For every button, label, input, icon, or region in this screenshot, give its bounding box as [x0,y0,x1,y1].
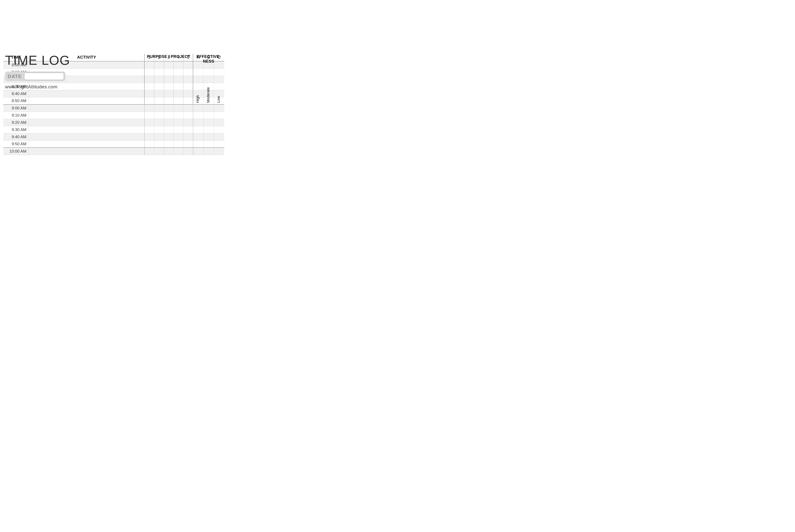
effectiveness-cell[interactable] [204,112,214,119]
effectiveness-cell[interactable] [204,104,214,112]
date-input[interactable] [24,73,64,80]
effectiveness-col-high: High [193,64,203,104]
purpose-cell[interactable] [164,126,174,133]
site-url: www.RightAttitudes.com [5,84,89,90]
purpose-cell[interactable] [184,112,193,119]
purpose-cell[interactable] [174,112,184,119]
purpose-cell[interactable] [154,104,164,112]
purpose-cell[interactable] [164,148,174,155]
purpose-cell[interactable] [154,148,164,155]
table-row: 9:30 AM [3,126,224,133]
activity-cell[interactable] [29,140,145,148]
activity-cell[interactable] [29,119,145,126]
column-group-headers: PURPOSE / PROJECT EFFECTIVE- NESS High M… [144,54,224,104]
time-cell: 8:50 AM [3,97,29,104]
purpose-cell[interactable] [164,133,174,140]
effectiveness-cell[interactable] [193,126,204,133]
effectiveness-cell[interactable] [193,133,204,140]
purpose-cell[interactable] [174,104,184,112]
purpose-cell[interactable] [184,140,193,148]
purpose-col-4 [173,60,183,104]
effectiveness-cell[interactable] [214,133,224,140]
purpose-col-1 [145,60,154,104]
activity-cell[interactable] [29,104,145,112]
page-title: TIME LOG [5,54,89,67]
effectiveness-label-low: Low [216,96,221,103]
effectiveness-subcols: High Moderate Low [193,64,224,104]
purpose-cell[interactable] [174,126,184,133]
purpose-cell[interactable] [174,119,184,126]
purpose-cell[interactable] [184,119,193,126]
purpose-cell[interactable] [145,104,154,112]
purpose-cell[interactable] [184,126,193,133]
effectiveness-cell[interactable] [214,104,224,112]
purpose-col-5 [183,60,193,104]
time-cell: 9:20 AM [3,119,29,126]
purpose-cell[interactable] [174,133,184,140]
effectiveness-cell[interactable] [193,119,204,126]
purpose-cell[interactable] [145,148,154,155]
activity-cell[interactable] [29,133,145,140]
effectiveness-cell[interactable] [214,126,224,133]
effectiveness-cell[interactable] [204,148,214,155]
purpose-group-title: PURPOSE / PROJECT [146,54,192,60]
effectiveness-cell[interactable] [204,126,214,133]
purpose-cell[interactable] [184,104,193,112]
activity-cell[interactable] [29,148,145,155]
time-cell: 9:30 AM [3,126,29,133]
purpose-cell[interactable] [145,119,154,126]
table-row: 9:00 AM [3,104,224,112]
effectiveness-group-title: EFFECTIVE- NESS [195,54,222,64]
purpose-cell[interactable] [164,104,174,112]
purpose-col-2 [154,60,164,104]
time-cell: 9:10 AM [3,112,29,119]
purpose-cell[interactable] [145,126,154,133]
effectiveness-cell[interactable] [214,140,224,148]
purpose-cell[interactable] [174,148,184,155]
table-row: 9:20 AM [3,119,224,126]
time-cell: 9:00 AM [3,104,29,112]
date-field-wrapper: DATE [5,72,65,81]
purpose-cell[interactable] [154,119,164,126]
table-row: 9:10 AM [3,112,224,119]
effectiveness-cell[interactable] [214,148,224,155]
purpose-cell[interactable] [184,148,193,155]
purpose-cell[interactable] [154,112,164,119]
purpose-cell[interactable] [154,140,164,148]
activity-cell[interactable] [29,112,145,119]
time-log-sheet: TIME LOG DATE www.RightAttitudes.com PUR… [3,54,224,155]
effectiveness-label-moderate: Moderate [206,87,210,103]
activity-cell[interactable] [29,126,145,133]
purpose-col-3 [164,60,173,104]
time-cell: 8:40 AM [3,90,29,97]
purpose-cell[interactable] [164,112,174,119]
effectiveness-cell[interactable] [193,104,204,112]
effectiveness-cell[interactable] [204,119,214,126]
purpose-cell[interactable] [184,133,193,140]
purpose-cell[interactable] [164,140,174,148]
purpose-cell[interactable] [154,126,164,133]
effectiveness-cell[interactable] [193,148,204,155]
table-row: 9:40 AM [3,133,224,140]
effectiveness-label-high: High [195,95,200,103]
effectiveness-cell[interactable] [214,112,224,119]
effectiveness-cell[interactable] [193,140,204,148]
effectiveness-col-moderate: Moderate [203,64,214,104]
effectiveness-cell[interactable] [193,112,204,119]
header-left: TIME LOG DATE www.RightAttitudes.com [5,54,89,90]
effectiveness-cell[interactable] [204,140,214,148]
purpose-cell[interactable] [154,133,164,140]
purpose-cell[interactable] [145,133,154,140]
time-cell: 10:00 AM [3,148,29,155]
table-row: 9:50 AM [3,140,224,148]
purpose-cell[interactable] [174,140,184,148]
effectiveness-cell[interactable] [214,119,224,126]
activity-cell[interactable] [29,97,145,104]
effectiveness-cell[interactable] [204,133,214,140]
table-row: 10:00 AM [3,148,224,155]
time-cell: 9:40 AM [3,133,29,140]
purpose-cell[interactable] [145,112,154,119]
activity-cell[interactable] [29,90,145,97]
purpose-cell[interactable] [145,140,154,148]
purpose-cell[interactable] [164,119,174,126]
